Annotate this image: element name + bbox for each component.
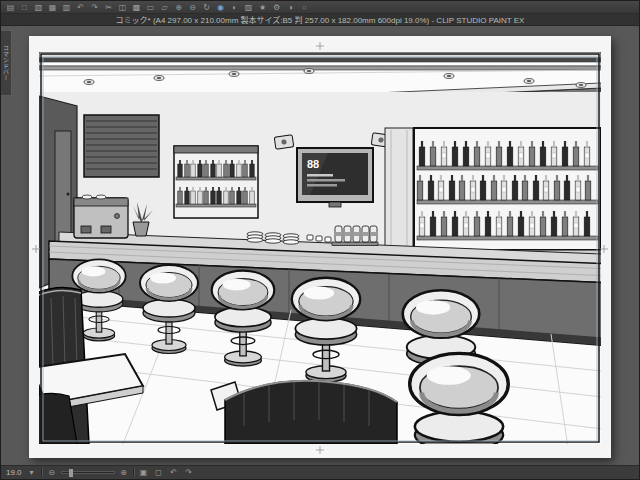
wall-pillar — [385, 128, 413, 264]
zoom-slider[interactable] — [61, 471, 115, 474]
bar-illustration: 88 — [29, 52, 611, 458]
statusbar-separator-2 — [133, 468, 135, 477]
settings-icon[interactable]: ⚙ — [270, 2, 283, 13]
zoom-out-button[interactable]: ⊖ — [46, 467, 58, 478]
document-page[interactable]: 88 — [29, 36, 611, 458]
actual-size-button[interactable]: ◻ — [153, 467, 165, 478]
espresso-machine — [74, 195, 128, 238]
help-icon[interactable]: ○ — [298, 2, 311, 13]
collapsed-palette-label: コマンドバー — [2, 45, 11, 81]
left-shelf — [174, 146, 258, 218]
collapsed-palette-tab[interactable]: コマンドバー — [1, 30, 12, 96]
zoom-out-icon[interactable]: ⊖ — [186, 2, 199, 13]
save-icon[interactable]: ▦ — [46, 2, 59, 13]
artwork-svg: 88 — [29, 36, 611, 458]
titlebar: コミック* (A4 297.00 x 210.00mm 製本サイズ:B5 判 2… — [1, 14, 639, 26]
export-icon[interactable]: ▥ — [60, 2, 73, 13]
zoom-value: 19.0 — [5, 468, 23, 477]
undo-icon[interactable]: ↶ — [74, 2, 87, 13]
statusbar-separator — [41, 468, 43, 477]
rotate-ccw-button[interactable]: ↶ — [168, 467, 180, 478]
sync-icon[interactable]: ◉ — [214, 2, 227, 13]
app-window: ▤ □ ▧ ▦ ▥ ↶ ↷ ✂ ◫ ▩ ▭ ▱ ⊕ ⊖ ↻ ◉ ◐ ▨ ★ ⚙ … — [0, 0, 640, 480]
grid-icon[interactable]: ▨ — [242, 2, 255, 13]
document-title: コミック* (A4 297.00 x 210.00mm 製本サイズ:B5 判 2… — [116, 14, 525, 25]
statusbar: 19.0 ▾ ⊖ ⊕ ▣ ◻ ↶ ↷ — [1, 465, 639, 479]
menu-icon[interactable]: ▤ — [4, 2, 17, 13]
zoom-in-button[interactable]: ⊕ — [118, 467, 130, 478]
deselect-icon[interactable]: ▱ — [158, 2, 171, 13]
cut-icon[interactable]: ✂ — [102, 2, 115, 13]
canvas-area: コマンドバー — [1, 26, 639, 465]
rotate-cw-button[interactable]: ↷ — [183, 467, 195, 478]
color-icon[interactable]: ◑ — [284, 2, 297, 13]
louver-panel — [84, 115, 159, 177]
copy-icon[interactable]: ◫ — [116, 2, 129, 13]
tv-text: 88 — [307, 158, 319, 170]
select-icon[interactable]: ▭ — [144, 2, 157, 13]
wall-tv: 88 — [297, 148, 373, 207]
material-icon[interactable]: ★ — [256, 2, 269, 13]
zoom-spinner-icon[interactable]: ▾ — [26, 467, 38, 478]
rotate-icon[interactable]: ↻ — [200, 2, 213, 13]
zoom-in-icon[interactable]: ⊕ — [172, 2, 185, 13]
speaker-left — [274, 135, 293, 149]
paste-icon[interactable]: ▩ — [130, 2, 143, 13]
new-icon[interactable]: □ — [18, 2, 31, 13]
open-icon[interactable]: ▧ — [32, 2, 45, 13]
flip-icon[interactable]: ◐ — [228, 2, 241, 13]
fit-screen-button[interactable]: ▣ — [138, 467, 150, 478]
zoom-slider-thumb[interactable] — [69, 469, 73, 477]
command-bar: ▤ □ ▧ ▦ ▥ ↶ ↷ ✂ ◫ ▩ ▭ ▱ ⊕ ⊖ ↻ ◉ ◐ ▨ ★ ⚙ … — [1, 1, 639, 14]
redo-icon[interactable]: ↷ — [88, 2, 101, 13]
bottle-tray — [332, 226, 378, 246]
